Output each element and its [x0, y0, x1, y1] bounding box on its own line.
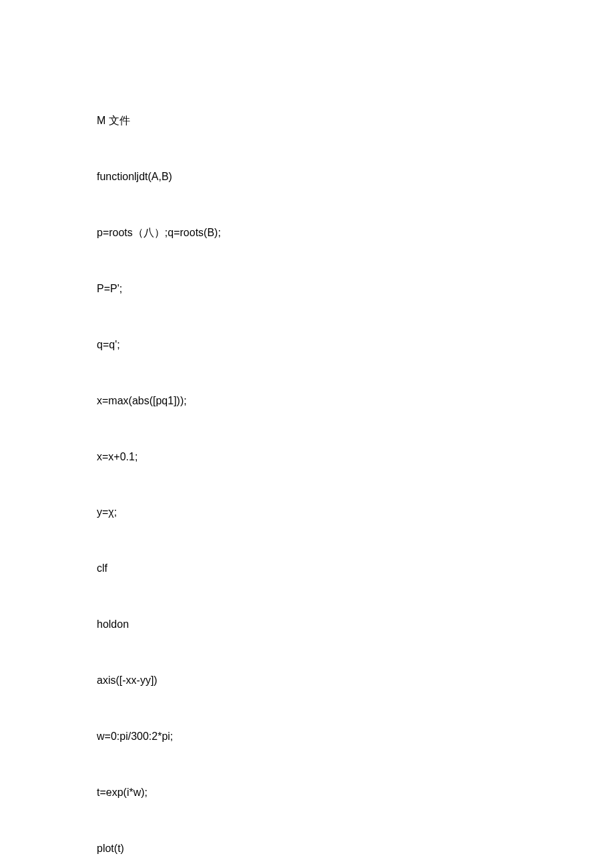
- code-line: w=0:pi/300:2*pi;: [97, 728, 614, 745]
- code-line: plot(t): [97, 840, 614, 857]
- document-page: M 文件 functionljdt(A,B) p=roots（八）;q=root…: [0, 0, 614, 868]
- code-line: M 文件: [97, 112, 614, 129]
- code-line: y=χ;: [97, 504, 614, 521]
- code-line: x=max(abs([pq1]));: [97, 392, 614, 410]
- code-line: axis([-xx-yy]): [97, 672, 614, 689]
- code-line: p=roots（八）;q=roots(B);: [97, 224, 614, 242]
- code-line: x=x+0.1;: [97, 448, 614, 466]
- code-block-1: M 文件 functionljdt(A,B) p=roots（八）;q=root…: [97, 73, 614, 868]
- code-line: clf: [97, 560, 614, 577]
- code-line: P=P';: [97, 280, 614, 298]
- code-line: t=exp(i*w);: [97, 784, 614, 801]
- code-line: q=q';: [97, 336, 614, 354]
- code-line: functionljdt(A,B): [97, 168, 614, 185]
- code-line: holdon: [97, 616, 614, 633]
